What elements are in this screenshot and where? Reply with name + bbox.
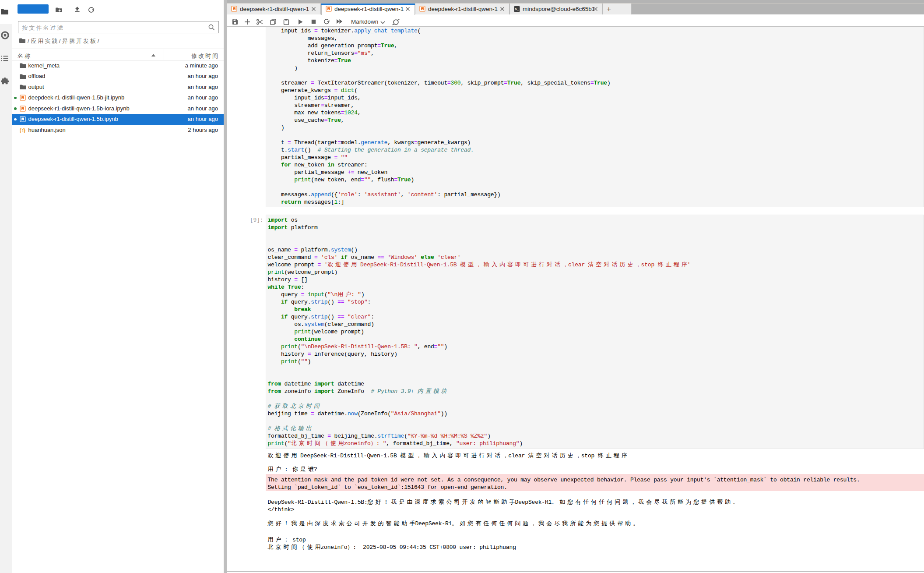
svg-text:}: } <box>23 127 25 133</box>
svg-text:{: { <box>20 127 21 133</box>
svg-text:$_: $_ <box>515 7 519 11</box>
